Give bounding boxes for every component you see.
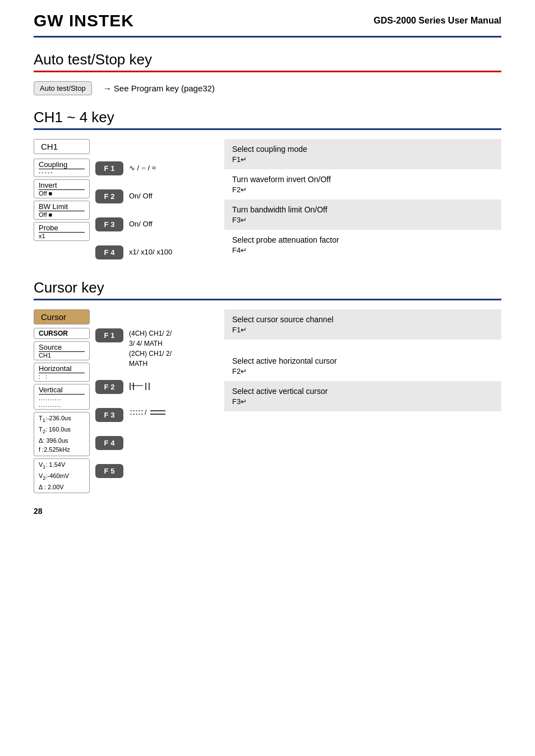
logo-text: GW INSTEK bbox=[34, 11, 134, 30]
cursor-vertical-item[interactable]: Vertical .......... .......... bbox=[34, 384, 90, 410]
ch-desc-4-text: Select probe attenuation factor bbox=[232, 235, 339, 244]
bwlimit-item[interactable]: BW Limit Off ■ bbox=[34, 201, 90, 220]
cursor-f2-badge[interactable]: F 2 bbox=[95, 380, 123, 394]
auto-stop-button[interactable]: Auto test/Stop bbox=[34, 81, 92, 95]
ch-fkey-area: F 1 ∿ / ⎓ / ≈ F 2 On/ Off F 3 On/ Off F … bbox=[95, 139, 219, 262]
cursor-f3-badge[interactable]: F 3 bbox=[95, 408, 123, 422]
cursor-f2-row: F 2 bbox=[95, 377, 219, 397]
logo: GW INSTEK bbox=[34, 11, 134, 30]
cursor-f4-badge[interactable]: F 4 bbox=[95, 436, 123, 450]
invert-item[interactable]: Invert Off ■ bbox=[34, 179, 90, 198]
coupling-item[interactable]: Coupling ----- bbox=[34, 159, 90, 177]
ch-desc-block: Select coupling mode F1↵ Turn waveform i… bbox=[224, 139, 501, 260]
auto-stop-description: → See Program key (page32) bbox=[103, 84, 215, 93]
cursor-f5-row: F 5 bbox=[95, 461, 219, 481]
header-divider bbox=[34, 36, 501, 38]
cursor-horizontal-item[interactable]: Horizontal : : bbox=[34, 363, 90, 382]
cursor-section-title: Cursor key bbox=[34, 279, 501, 296]
cursor-mode-item[interactable]: CURSOR bbox=[34, 328, 90, 339]
cursor-desc-1: Select cursor source channel F1↵ bbox=[224, 309, 501, 340]
cursor-f1-content: (4CH) CH1/ 2/ 3/ 4/ MATH (2CH) CH1/ 2/ M… bbox=[129, 328, 172, 369]
cursor-left-panel: Cursor CURSOR Source CH1 Horizontal : : … bbox=[34, 309, 90, 495]
ch-left-panel: CH1 Coupling ----- Invert Off ■ BW Limit… bbox=[34, 139, 90, 243]
ch-rule bbox=[34, 128, 501, 130]
v2-value: V2:-460mV bbox=[39, 472, 69, 479]
cursor-vertical-sub: .......... .......... bbox=[39, 394, 85, 408]
ch-f2-content: On/ Off bbox=[129, 192, 153, 201]
ch-f3-content: On/ Off bbox=[129, 220, 153, 229]
bwlimit-sub: Off ■ bbox=[39, 211, 85, 218]
ch-desc-3-fref: F3↵ bbox=[232, 216, 494, 224]
ch-desc-3: Turn bandwidth limit On/Off F3↵ bbox=[224, 200, 501, 230]
ch-section-grid: CH1 Coupling ----- Invert Off ■ BW Limit… bbox=[34, 139, 501, 262]
delta-v-value: Δ : 2.00V bbox=[39, 484, 64, 490]
ch-desc-2-text: Turn waveform invert On/Off bbox=[232, 175, 331, 184]
ch-f4-content: x1/ x10/ x100 bbox=[129, 248, 172, 257]
ch-desc-1-text: Select coupling mode bbox=[232, 145, 307, 154]
cursor-desc-3-text: Select active vertical cursor bbox=[232, 387, 328, 396]
probe-sub: x1 bbox=[39, 232, 85, 239]
cursor-f1-row: F 1 (4CH) CH1/ 2/ 3/ 4/ MATH (2CH) CH1/ … bbox=[95, 328, 219, 369]
delta-t-value: Δ: 396.0us bbox=[39, 437, 68, 444]
page-number: 28 bbox=[34, 507, 501, 516]
cursor-desc-2-text: Select active horizontal cursor bbox=[232, 356, 337, 365]
ch-f1-row: F 1 ∿ / ⎓ / ≈ bbox=[95, 158, 219, 178]
cursor-f4-row: F 4 bbox=[95, 433, 219, 453]
t1-value: T1:-236.0us bbox=[39, 415, 71, 421]
invert-sub: Off ■ bbox=[39, 189, 85, 197]
ch1-button[interactable]: CH1 bbox=[34, 139, 90, 154]
probe-item[interactable]: Probe x1 bbox=[34, 222, 90, 241]
cursor-rule bbox=[34, 299, 501, 300]
ch-desc-2-fref: F2↵ bbox=[232, 185, 494, 194]
cursor-f3-content: / bbox=[129, 407, 168, 423]
auto-stop-rule bbox=[34, 71, 501, 72]
cursor-button[interactable]: Cursor bbox=[34, 309, 90, 324]
ch-desc-3-text: Turn bandwidth limit On/Off bbox=[232, 205, 328, 214]
ch-desc-4: Select probe attenuation factor F4↵ bbox=[224, 230, 501, 260]
ch-desc-4-fref: F4↵ bbox=[232, 246, 494, 254]
cursor-v-values: V1: 1.54V V2:-460mV Δ : 2.00V bbox=[34, 458, 90, 493]
cursor-desc-2-fref: F2↵ bbox=[232, 367, 494, 375]
ch-f4-badge[interactable]: F 4 bbox=[95, 245, 123, 259]
cursor-desc-block: Select cursor source channel F1↵ Select … bbox=[224, 309, 501, 411]
auto-stop-title: Auto test/Stop key bbox=[34, 51, 501, 68]
cursor-fkey-area: F 1 (4CH) CH1/ 2/ 3/ 4/ MATH (2CH) CH1/ … bbox=[95, 309, 219, 481]
ch-f1-badge[interactable]: F 1 bbox=[95, 161, 123, 175]
cursor-desc-2: Select active horizontal cursor F2↵ bbox=[224, 340, 501, 381]
cursor-f1-badge[interactable]: F 1 bbox=[95, 328, 123, 342]
page-header: GW INSTEK GDS-2000 Series User Manual bbox=[34, 11, 501, 30]
coupling-sub: ----- bbox=[39, 169, 85, 175]
ch-section-title: CH1 ~ 4 key bbox=[34, 109, 501, 126]
cursor-desc-1-fref: F1↵ bbox=[232, 326, 494, 334]
horizontal-cursor-icon bbox=[129, 380, 163, 391]
vertical-cursor-icon: / bbox=[129, 407, 168, 420]
auto-stop-row: Auto test/Stop → See Program key (page32… bbox=[34, 81, 501, 95]
cursor-t-values: T1:-236.0us T2: 160.0us Δ: 396.0us f :2.… bbox=[34, 412, 90, 456]
cursor-source-item[interactable]: Source CH1 bbox=[34, 341, 90, 360]
ch-desc-1-fref: F1↵ bbox=[232, 155, 494, 164]
v1-value: V1: 1.54V bbox=[39, 461, 65, 468]
svg-text:/: / bbox=[145, 409, 147, 416]
ch-f2-row: F 2 On/ Off bbox=[95, 186, 219, 206]
ch-f1-content: ∿ / ⎓ / ≈ bbox=[129, 164, 156, 173]
ch-desc-2: Turn waveform invert On/Off F2↵ bbox=[224, 169, 501, 200]
ch-f4-row: F 4 x1/ x10/ x100 bbox=[95, 242, 219, 262]
cursor-desc-3-fref: F3↵ bbox=[232, 397, 494, 406]
cursor-desc-3: Select active vertical cursor F3↵ bbox=[224, 381, 501, 411]
cursor-f5-badge[interactable]: F 5 bbox=[95, 464, 123, 478]
ch-f3-badge[interactable]: F 3 bbox=[95, 217, 123, 231]
cursor-horizontal-sub: : : bbox=[39, 373, 85, 380]
ch-desc-1: Select coupling mode F1↵ bbox=[224, 139, 501, 169]
cursor-f2-content bbox=[129, 380, 163, 394]
t2-value: T2: 160.0us bbox=[39, 426, 71, 433]
cursor-f3-row: F 3 / bbox=[95, 405, 219, 425]
cursor-section-grid: Cursor CURSOR Source CH1 Horizontal : : … bbox=[34, 309, 501, 495]
ch-f2-badge[interactable]: F 2 bbox=[95, 189, 123, 203]
cursor-source-sub: CH1 bbox=[39, 351, 85, 359]
ch-f3-row: F 3 On/ Off bbox=[95, 214, 219, 234]
f-value: f :2.525kHz bbox=[39, 446, 70, 453]
manual-title: GDS-2000 Series User Manual bbox=[373, 16, 501, 26]
cursor-desc-1-text: Select cursor source channel bbox=[232, 315, 334, 324]
